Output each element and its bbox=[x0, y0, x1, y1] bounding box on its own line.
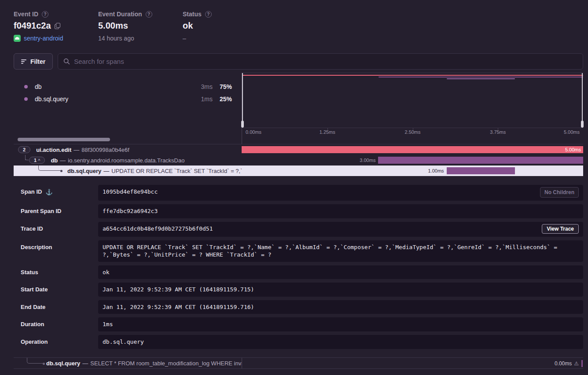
event-id-value-row: f0491c2a bbox=[14, 21, 98, 31]
span-op: db.sql.query bbox=[67, 168, 101, 174]
horizontal-scrollbar[interactable] bbox=[18, 138, 110, 141]
op-color-dot bbox=[24, 97, 28, 101]
help-icon[interactable]: ? bbox=[42, 11, 48, 18]
minimap-span-line bbox=[379, 77, 583, 77]
chevron-up-icon: ^ bbox=[38, 158, 40, 162]
field-end-date: End Date Jan 11, 2022 9:52:39 AM CET (16… bbox=[21, 300, 583, 314]
time-axis: 0.00ms 1.25ms 2.50ms 3.75ms 5.00ms bbox=[242, 128, 583, 136]
op-time: 1ms bbox=[201, 96, 213, 103]
ops-breakdown-row: db 3ms 75% bbox=[24, 81, 232, 93]
end-date-value: Jan 11, 2022 9:52:39 AM CET (1641891159.… bbox=[103, 303, 579, 311]
event-id-label-row: Event ID ? bbox=[14, 11, 98, 18]
span-bar[interactable] bbox=[447, 167, 515, 174]
span-op: db.sql.query bbox=[46, 360, 80, 367]
status-field-value: ok bbox=[103, 268, 579, 276]
span-desc: io.sentry.android.roomsample.data.Tracks… bbox=[68, 157, 184, 164]
minimap-span-line bbox=[447, 78, 515, 79]
description-value: UPDATE OR REPLACE `Track` SET `TrackId` … bbox=[103, 243, 579, 259]
filter-icon bbox=[21, 59, 26, 64]
parent-span-id-value: ffe7dbc92a6942c3 bbox=[103, 207, 579, 215]
span-bar[interactable] bbox=[378, 157, 583, 164]
help-icon[interactable]: ? bbox=[205, 11, 212, 18]
span-desc: SELECT * FROM room_table_modification_lo… bbox=[90, 360, 242, 367]
trace-minimap[interactable]: 0.00ms 1.25ms 2.50ms 3.75ms 5.00ms bbox=[242, 73, 583, 136]
project-link[interactable]: sentry-android bbox=[24, 35, 63, 42]
search-input[interactable] bbox=[74, 58, 577, 65]
event-duration-value: 5.00ms bbox=[98, 21, 128, 31]
children-count-pill[interactable]: 2 bbox=[18, 146, 30, 153]
field-duration: Duration 1ms bbox=[21, 317, 583, 331]
op-name: db bbox=[35, 83, 42, 90]
overview-section: db 3ms 75% db.sql.query 1ms 25% bbox=[14, 73, 583, 136]
view-trace-button[interactable]: View Trace bbox=[542, 224, 579, 234]
span-row-db-sql-query-selected[interactable]: db.sql.query — UPDATE OR REPLACE `Track`… bbox=[14, 165, 583, 176]
duration-value: 1ms bbox=[103, 320, 579, 328]
trace-view: db 3ms 75% db.sql.query 1ms 25% bbox=[14, 73, 583, 369]
event-id-value: f0491c2a bbox=[14, 21, 51, 31]
project-row: sentry-android bbox=[14, 35, 98, 42]
status-column: Status ? ok – bbox=[183, 11, 267, 48]
span-duration: 3.00ms bbox=[360, 155, 375, 165]
tree-scrollbar-row bbox=[14, 136, 583, 144]
axis-label: 5.00ms bbox=[564, 129, 580, 135]
axis-label: 2.50ms bbox=[404, 129, 420, 135]
no-children-badge: No Children bbox=[540, 187, 579, 198]
search-icon bbox=[63, 58, 70, 65]
status-sub: – bbox=[183, 35, 186, 42]
span-op: ui.action.edit bbox=[36, 147, 71, 153]
trace-id-value: a654cc61dc0b48ef9d0b27275b6f0d51 bbox=[103, 225, 537, 233]
minimap-left-handle[interactable] bbox=[242, 73, 243, 128]
span-id-value: 1095bd4ef8e94bcc bbox=[103, 188, 536, 196]
ops-breakdown: db 3ms 75% db.sql.query 1ms 25% bbox=[14, 73, 242, 136]
anchor-icon[interactable]: ⚓ bbox=[45, 188, 52, 196]
span-duration: 0.00ms bbox=[555, 358, 572, 369]
event-duration-label: Event Duration bbox=[98, 11, 142, 18]
span-desc: 88f300998a0b4e6f bbox=[81, 147, 129, 153]
span-id-value-box: 1095bd4ef8e94bcc No Children bbox=[98, 185, 583, 201]
op-name: db.sql.query bbox=[35, 96, 68, 103]
start-date-value: Jan 11, 2022 9:52:39 AM CET (1641891159.… bbox=[103, 286, 579, 294]
operation-value: db.sql.query bbox=[103, 338, 579, 346]
field-trace-id: Trace ID a654cc61dc0b48ef9d0b27275b6f0d5… bbox=[21, 222, 583, 237]
span-op: db bbox=[51, 157, 58, 164]
copy-icon[interactable] bbox=[55, 23, 60, 29]
field-status: Status ok bbox=[21, 265, 583, 279]
span-row-db-sql-query-select[interactable]: db.sql.query — SELECT * FROM room_table_… bbox=[14, 357, 583, 369]
children-count-pill[interactable]: 1^ bbox=[29, 157, 45, 164]
event-id-label: Event ID bbox=[14, 11, 38, 18]
field-start-date: Start Date Jan 11, 2022 9:52:39 AM CET (… bbox=[21, 283, 583, 297]
axis-label: 3.75ms bbox=[490, 129, 506, 135]
op-color-dot bbox=[24, 85, 28, 88]
axis-label: 1.25ms bbox=[320, 129, 335, 135]
help-icon[interactable]: ? bbox=[146, 11, 152, 18]
event-header: Event ID ? f0491c2a sentry-android Event… bbox=[0, 0, 588, 48]
span-search[interactable] bbox=[58, 53, 583, 70]
span-duration: 5.00ms bbox=[565, 144, 581, 155]
field-operation: Operation db.sql.query bbox=[21, 335, 583, 349]
event-id-column: Event ID ? f0491c2a sentry-android bbox=[14, 11, 98, 48]
field-parent-span-id: Parent Span ID ffe7dbc92a6942c3 bbox=[21, 204, 583, 218]
op-time: 3ms bbox=[201, 83, 213, 90]
span-detail-panel: Span ID ⚓ 1095bd4ef8e94bcc No Children P… bbox=[14, 176, 583, 357]
filter-button[interactable]: Filter bbox=[14, 53, 53, 70]
span-row-ui-action-edit[interactable]: 2 ui.action.edit — 88f300998a0b4e6f 5.00… bbox=[14, 144, 583, 155]
toolbar: Filter bbox=[14, 53, 583, 70]
trace-id-value-box: a654cc61dc0b48ef9d0b27275b6f0d51 View Tr… bbox=[98, 222, 583, 237]
axis-label: 0.00ms bbox=[246, 129, 261, 135]
ops-breakdown-row: db.sql.query 1ms 25% bbox=[24, 93, 232, 105]
status-label: Status bbox=[183, 11, 202, 18]
span-bar[interactable] bbox=[581, 360, 583, 367]
filter-button-label: Filter bbox=[30, 58, 45, 65]
android-platform-icon bbox=[14, 35, 21, 42]
event-duration-column: Event Duration ? 5.00ms 14 hours ago bbox=[98, 11, 183, 48]
span-desc: UPDATE OR REPLACE `Track` SET `TrackId` … bbox=[111, 168, 242, 174]
minimap-right-handle[interactable] bbox=[582, 73, 583, 128]
event-time-ago: 14 hours ago bbox=[98, 35, 134, 42]
op-percent: 75% bbox=[213, 83, 232, 90]
span-row-db[interactable]: 1^ db — io.sentry.android.roomsample.dat… bbox=[14, 155, 583, 165]
minimap-plot[interactable] bbox=[242, 73, 583, 128]
minimap-span-line bbox=[242, 75, 583, 76]
status-value: ok bbox=[183, 21, 193, 31]
field-span-id: Span ID ⚓ 1095bd4ef8e94bcc No Children bbox=[21, 185, 583, 201]
span-bar[interactable] bbox=[242, 146, 583, 153]
